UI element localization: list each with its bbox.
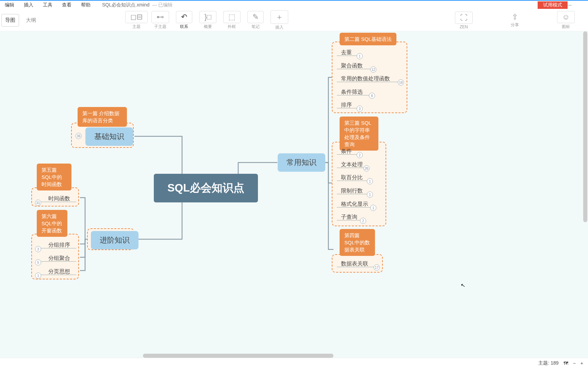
- sec2-n3: 18: [398, 79, 404, 86]
- sec6-i1[interactable]: 分组排序: [47, 240, 71, 251]
- sec6-n3: 1: [35, 273, 41, 279]
- insert-button[interactable]: ＋插入: [267, 9, 291, 32]
- sec3-i3[interactable]: 取百分比: [340, 172, 364, 183]
- central-topic[interactable]: SQL必会知识点: [154, 174, 258, 202]
- sec2-n4: 8: [369, 93, 375, 99]
- sec3-n3: 1: [367, 178, 373, 184]
- sec5-n1: 31: [35, 200, 41, 206]
- advanced-topic[interactable]: 进阶知识: [91, 231, 138, 249]
- file-name: SQL必会知识点.xmind: [102, 2, 149, 8]
- sec3-n5: 1: [370, 205, 376, 211]
- subtopic-button[interactable]: ⊷子主题: [148, 9, 172, 32]
- sec5-i1[interactable]: 时间函数: [47, 193, 71, 204]
- vertical-scrollbar[interactable]: [583, 31, 587, 222]
- icon-button[interactable]: ☺图标: [554, 10, 578, 31]
- sec3-n1: 2: [357, 152, 363, 158]
- boundary-button[interactable]: ⬚外框: [220, 9, 244, 32]
- cursor-icon: ↖: [460, 282, 466, 289]
- summary-button[interactable]: }□概要: [196, 9, 220, 32]
- sec1-sub[interactable]: 基础知识: [85, 127, 133, 146]
- zoom-out-icon[interactable]: −: [573, 361, 576, 366]
- zen-button[interactable]: ⛶ZEN: [452, 10, 476, 31]
- boundary-label: 外框: [228, 24, 236, 30]
- sec3-n4: 1: [367, 191, 373, 198]
- zoom-in-icon[interactable]: +: [581, 361, 583, 366]
- common-topic[interactable]: 常用知识: [278, 153, 325, 172]
- sec1-title[interactable]: 第一篇 介绍数据库的语言分类: [78, 107, 127, 127]
- summary-label: 概要: [204, 24, 212, 30]
- sec3-i2[interactable]: 文本处理: [340, 159, 364, 170]
- sec2-n2: 12: [370, 66, 376, 73]
- outline-view-button[interactable]: 大纲: [26, 17, 36, 24]
- sec2-i2[interactable]: 聚合函数: [340, 60, 364, 72]
- share-label: 分享: [511, 22, 519, 28]
- menu-help[interactable]: 帮助: [76, 2, 95, 8]
- sec2-n1: 1: [357, 53, 363, 59]
- sec3-i4[interactable]: 限制行数: [340, 185, 364, 197]
- insert-label: 插入: [275, 25, 283, 30]
- menu-tools[interactable]: 工具: [38, 2, 57, 8]
- sec6-n2: 5: [35, 259, 41, 265]
- topic-label: 主题: [132, 24, 141, 30]
- topic-count: 主题: 189: [538, 360, 558, 366]
- map-icon[interactable]: 🗺: [564, 361, 568, 366]
- sec2-i1[interactable]: 去重: [340, 47, 353, 58]
- sec2-n5: 3: [357, 106, 363, 112]
- horizontal-scrollbar[interactable]: [143, 354, 333, 358]
- sec6-i2[interactable]: 分组聚合: [47, 253, 71, 264]
- sec2-i3[interactable]: 常用的数值处理函数: [340, 73, 391, 85]
- sec3-n6: 2: [360, 218, 366, 224]
- minimize-icon[interactable]: —: [567, 2, 572, 7]
- sec3-i1[interactable]: 条件: [340, 146, 353, 157]
- menu-insert[interactable]: 插入: [19, 2, 38, 8]
- sec6-n1: 3: [35, 246, 41, 252]
- note-label: 笔记: [251, 24, 260, 30]
- sec1-badge: 36: [76, 133, 82, 139]
- share-button[interactable]: ⇪分享: [503, 10, 527, 31]
- canvas[interactable]: SQL必会知识点 第一篇 介绍数据库的语言分类 基础知识 36 进阶知识 第五篇…: [0, 31, 588, 358]
- relation-label: 联系: [180, 24, 188, 30]
- sec3-title[interactable]: 第三篇 SQL中的字符串处理及条件查询: [340, 117, 378, 151]
- sec5-title[interactable]: 第五篇 SQL中的时间函数: [37, 164, 71, 190]
- menu-bar: 编辑 插入 工具 查看 帮助 SQL必会知识点.xmind — 已编辑 试用模式…: [0, 0, 588, 10]
- sec2-title[interactable]: 第二篇 SQL基础语法: [340, 33, 396, 45]
- icon-label: 图标: [562, 24, 570, 30]
- subtopic-label: 子主题: [154, 24, 166, 30]
- sec2-i4[interactable]: 条件筛选: [340, 87, 364, 98]
- sec2-i5[interactable]: 排序: [340, 99, 353, 111]
- sec3-i6[interactable]: 子查询: [340, 212, 359, 223]
- status-bar: 主题: 189 🗺 − +: [0, 358, 588, 368]
- toolbar: 导图 大纲 ◻⊟主题 ⊷子主题 ↶联系 }□概要 ⬚外框 ✎笔记 ＋插入 ⛶ZE…: [0, 10, 588, 31]
- sec6-title[interactable]: 第六篇 SQL中的开窗函数: [37, 210, 67, 237]
- sec3-n2: 26: [363, 165, 370, 171]
- topic-button[interactable]: ◻⊟主题: [125, 9, 148, 32]
- sec4-n1: 17: [374, 264, 380, 271]
- file-status: — 已编辑: [152, 2, 173, 8]
- sec3-i5[interactable]: 格式化显示: [340, 199, 370, 210]
- sec6-i3[interactable]: 分页思想: [47, 266, 71, 277]
- menu-view[interactable]: 查看: [57, 2, 76, 8]
- mindmap-view-button[interactable]: 导图: [1, 14, 19, 27]
- note-button[interactable]: ✎笔记: [244, 9, 267, 32]
- trial-badge[interactable]: 试用模式: [538, 1, 568, 9]
- sec4-i1[interactable]: 数据表关联: [340, 258, 370, 270]
- menu-edit[interactable]: 编辑: [0, 2, 19, 8]
- relation-button[interactable]: ↶联系: [172, 9, 196, 32]
- zen-label: ZEN: [460, 25, 468, 29]
- sec4-title[interactable]: 第四篇 SQL中的数据表关联: [340, 229, 375, 256]
